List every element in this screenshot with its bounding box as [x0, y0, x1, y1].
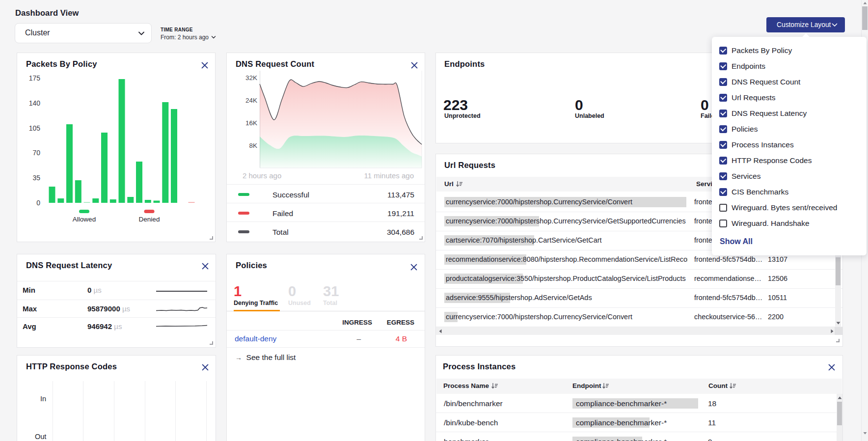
svg-text:8K: 8K: [249, 142, 257, 149]
svg-text:Allowed: Allowed: [73, 216, 96, 223]
svg-text:35: 35: [32, 174, 40, 182]
svg-text:16K: 16K: [245, 119, 257, 127]
svg-text:0: 0: [36, 199, 40, 207]
svg-text:70: 70: [32, 149, 40, 157]
svg-text:24K: 24K: [245, 97, 257, 104]
svg-text:175: 175: [29, 74, 41, 82]
svg-text:32K: 32K: [245, 74, 257, 82]
svg-text:Denied: Denied: [139, 216, 160, 223]
svg-text:140: 140: [29, 99, 41, 107]
svg-text:105: 105: [29, 124, 41, 132]
